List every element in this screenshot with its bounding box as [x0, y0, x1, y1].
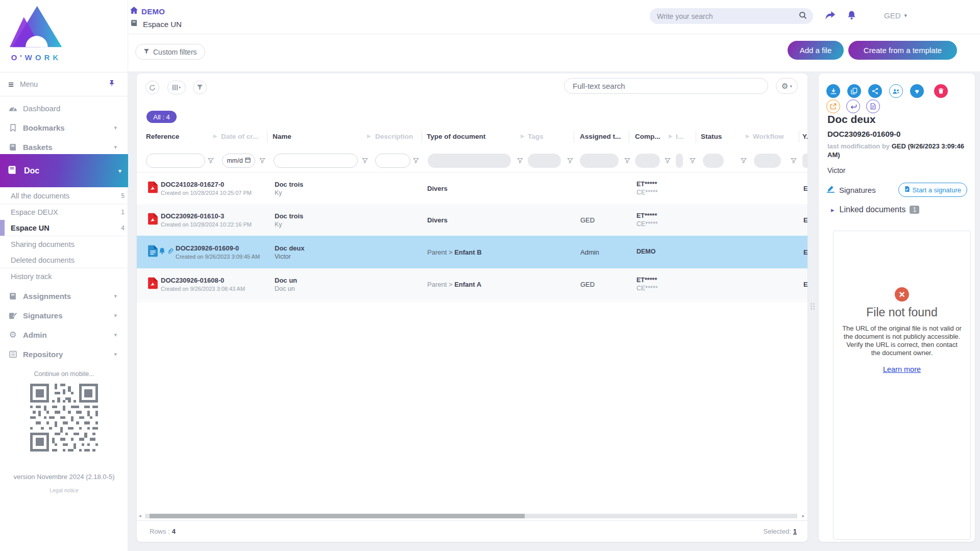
sort-arrow-icon[interactable]: ▶ — [669, 133, 673, 139]
table-row[interactable]: DOC230926-01608-0 Created on 9/26/2023 3… — [137, 268, 807, 300]
delete-button[interactable] — [934, 84, 948, 98]
selected-value[interactable]: 1 — [793, 528, 797, 535]
legal-notice-link[interactable]: Legal notice — [0, 487, 128, 493]
table-settings-button[interactable]: ⚙ ▾ — [776, 78, 798, 94]
sort-arrow-icon[interactable]: ▶ — [367, 133, 371, 139]
refresh-button[interactable] — [145, 81, 159, 94]
account-menu[interactable]: GED ▾ — [884, 11, 907, 20]
return-button[interactable] — [846, 99, 860, 113]
filter-input-company[interactable] — [635, 154, 660, 168]
filter-funnel-icon[interactable] — [413, 157, 419, 166]
column-header-company[interactable]: Comp... — [635, 133, 660, 140]
table-row-selected[interactable]: DOC230926-01609-0 Created on 9/26/2023 3… — [137, 236, 807, 268]
column-header-description[interactable]: Description — [375, 133, 413, 140]
column-header-workflow[interactable]: Workflow — [753, 133, 784, 140]
sidebar-item-espace-deux[interactable]: Espace DEUX 1 — [0, 204, 128, 220]
filter-funnel-icon[interactable] — [517, 157, 523, 166]
column-header-type[interactable]: Type of document — [427, 133, 485, 140]
column-divider — [574, 131, 574, 143]
filter-input-name[interactable] — [274, 154, 358, 168]
sidebar-item-history-track[interactable]: History track — [0, 268, 128, 284]
sidebar-item-all-documents[interactable]: All the documents 5 — [0, 188, 128, 204]
search-icon[interactable] — [799, 11, 807, 21]
fulltext-search-input[interactable] — [564, 78, 768, 94]
start-signature-button[interactable]: Start a signature — [898, 183, 967, 197]
sidebar-item-dashboard[interactable]: Dashboard — [0, 98, 128, 118]
sidebar-item-repository[interactable]: Repository ▾ — [0, 344, 128, 364]
horizontal-scrollbar[interactable]: ◂ ▸ — [137, 513, 807, 519]
app-logo[interactable]: O'WORK — [7, 5, 65, 62]
filter-funnel-icon[interactable] — [665, 157, 671, 166]
filter-funnel-icon[interactable] — [741, 157, 747, 166]
sidebar-item-signatures[interactable]: Signatures ▾ — [0, 306, 128, 325]
sidebar-item-admin[interactable]: ⚙ Admin ▾ — [0, 325, 128, 344]
account-label[interactable]: GED — [884, 11, 901, 20]
column-header-i[interactable]: I... — [676, 133, 683, 140]
filter-input-reference[interactable] — [146, 154, 205, 168]
calendar-icon[interactable] — [245, 157, 251, 164]
columns-button[interactable]: ▾ — [167, 81, 186, 94]
created-date: Created on 10/28/2024 10:25:07 PM — [161, 190, 252, 196]
download-button[interactable] — [826, 84, 840, 98]
filter-funnel-icon[interactable] — [208, 157, 214, 166]
filter-funnel-icon[interactable] — [690, 157, 696, 166]
create-from-template-button[interactable]: Create from a template — [848, 41, 957, 60]
global-search-input[interactable] — [656, 12, 799, 21]
column-header-name[interactable]: Name — [273, 133, 291, 140]
table-row[interactable]: DOC230926-01610-3 Created on 10/28/2024 … — [137, 204, 807, 236]
add-file-button[interactable]: Add a file — [788, 41, 844, 60]
filter-input-assigned[interactable] — [580, 154, 619, 168]
sidebar-item-espace-un[interactable]: Espace UN 4 — [0, 220, 128, 236]
filter-input-i[interactable] — [676, 154, 683, 168]
filter-input-y[interactable] — [802, 154, 807, 168]
filter-input-tags[interactable] — [528, 154, 561, 168]
filter-funnel-icon[interactable] — [259, 157, 265, 166]
filter-funnel-icon[interactable] — [567, 157, 573, 166]
sidebar-item-doc[interactable]: Doc ▾ — [0, 154, 128, 187]
sort-arrow-icon[interactable]: ▶ — [746, 133, 750, 139]
learn-more-link[interactable]: Learn more — [883, 365, 921, 373]
scroll-left-icon[interactable]: ◂ — [139, 513, 141, 518]
sidebar-item-deleted-documents[interactable]: Deleted documents — [0, 252, 128, 268]
filter-input-type[interactable] — [428, 154, 511, 168]
filter-funnel-icon[interactable] — [362, 157, 368, 166]
filter-input-date[interactable]: mm/d — [222, 154, 255, 168]
breadcrumb-root-label[interactable]: DEMO — [141, 7, 165, 16]
copy-button[interactable] — [847, 84, 861, 98]
global-search[interactable] — [650, 8, 813, 24]
filter-input-workflow[interactable] — [754, 154, 781, 168]
scroll-right-icon[interactable]: ▸ — [802, 513, 804, 518]
panel-resize-handle[interactable] — [811, 303, 815, 310]
sidebar-item-sharing-documents[interactable]: Sharing documents — [0, 236, 128, 252]
linked-documents-toggle[interactable]: ▸ Linked documents 1 — [831, 205, 919, 214]
column-header-tags[interactable]: Tags — [528, 133, 544, 140]
custom-filters-button[interactable]: Custom filters — [135, 44, 205, 60]
sidebar-item-assignments[interactable]: Assignments ▾ — [0, 286, 128, 306]
filter-funnel-icon[interactable] — [791, 157, 797, 166]
breadcrumb[interactable]: DEMO — [130, 7, 165, 16]
scrollbar-thumb[interactable] — [150, 514, 525, 518]
sort-arrow-icon[interactable]: ▶ — [521, 133, 525, 139]
document-button[interactable] — [866, 99, 880, 113]
filter-input-description[interactable] — [375, 154, 410, 168]
notifications-bell-icon[interactable] — [847, 10, 856, 20]
sidebar-item-bookmarks[interactable]: Bookmarks ▾ — [0, 118, 128, 137]
share-icon[interactable] — [825, 11, 836, 20]
pin-icon[interactable] — [109, 80, 115, 89]
favorite-heart-button[interactable]: ♥ — [910, 84, 924, 98]
column-header-status[interactable]: Status — [701, 133, 722, 140]
filter-button[interactable] — [193, 81, 207, 94]
column-header-assigned[interactable]: Assigned t... — [580, 133, 621, 140]
filter-funnel-icon[interactable] — [624, 157, 630, 166]
users-button[interactable] — [889, 84, 903, 98]
column-header-y[interactable]: Y... — [802, 133, 807, 140]
column-header-date[interactable]: Date of cr... — [221, 133, 258, 140]
filter-input-status[interactable] — [703, 154, 724, 168]
table-row[interactable]: DOC241028-01627-0 Created on 10/28/2024 … — [137, 172, 807, 204]
sort-arrow-icon[interactable]: ▶ — [213, 133, 217, 139]
tab-all-documents[interactable]: All : 4 — [146, 111, 177, 123]
external-link-button[interactable] — [826, 99, 840, 113]
column-header-reference[interactable]: Reference — [146, 133, 179, 140]
hamburger-icon[interactable]: ≡ — [8, 80, 14, 89]
share-button[interactable] — [868, 84, 882, 98]
